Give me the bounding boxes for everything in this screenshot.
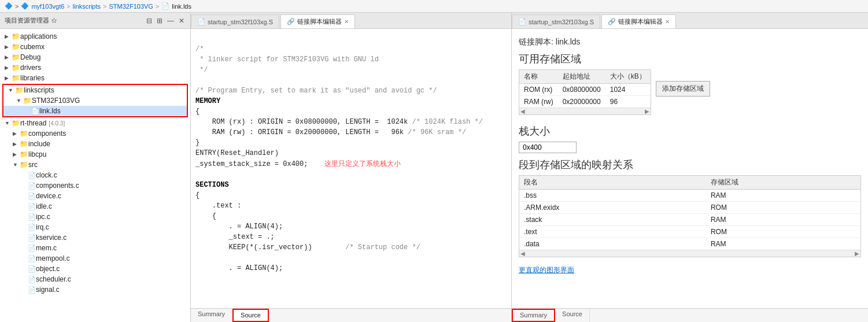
bottom-tab-summary-label: Summary [198, 310, 225, 317]
tree-label: components [28, 129, 66, 138]
tree-badge: [4.0.3] [49, 120, 65, 127]
table-row[interactable]: .text ROM [519, 226, 860, 238]
tree-label: signal.c [36, 286, 60, 294]
tree-arrow: ▼ [8, 87, 15, 93]
scroll-right-arrow[interactable]: ▶ [645, 108, 649, 114]
collapse-icon[interactable]: ⊟ [145, 17, 153, 25]
breadcrumb-item2[interactable]: STM32F103VG [109, 3, 153, 10]
tab-label: startup_stm32f103xg.S [529, 18, 594, 25]
mapping-table-scrollbar[interactable]: ◀ ▶ [519, 250, 860, 257]
tree-item-stm32f103vg[interactable]: ▼ 📁 STM32F103VG [3, 95, 187, 106]
folder-icon: 📁 [12, 74, 20, 82]
tree-item-cubemx[interactable]: ▶ 📁 cubemx [0, 42, 190, 52]
close-icon[interactable]: ✕ [178, 17, 186, 25]
breadcrumb-icon3: 📄 [161, 2, 169, 10]
tree-item-signal-c[interactable]: ▶ 📄 signal.c [0, 284, 190, 295]
text-segment: .text [519, 226, 706, 238]
tab-icon: 📄 [197, 18, 205, 25]
tree-item-applications[interactable]: ▶ 📁 applications [0, 31, 190, 42]
tree-item-include[interactable]: ▶ 📁 include [0, 139, 190, 149]
tree-label: libcpu [28, 150, 46, 158]
folder-icon: 📁 [20, 150, 28, 158]
stack-size-input[interactable] [519, 142, 577, 153]
scroll-left-arrow[interactable]: ◀ [520, 250, 525, 257]
memory-table-scrollbar[interactable]: ◀ ▶ [519, 108, 651, 114]
tree-item-mem-c[interactable]: ▶ 📄 mem.c [0, 243, 190, 253]
tree-item-ipc-c[interactable]: ▶ 📄 ipc.c [0, 212, 190, 222]
file-icon: 📄 [28, 245, 36, 252]
tree-arrow: ▶ [5, 34, 12, 39]
tree-item-clock-c[interactable]: ▶ 📄 clock.c [0, 170, 190, 180]
folder-icon: 📁 [15, 86, 24, 94]
scroll-right-arrow[interactable]: ▶ [855, 250, 859, 257]
tab-linker-editor[interactable]: 🔗 链接脚本编辑器 ✕ [280, 14, 355, 28]
code-editor-panel: 📄 startup_stm32f103xg.S 🔗 链接脚本编辑器 ✕ /* *… [191, 13, 512, 322]
tree-item-drivers[interactable]: ▶ 📁 drivers [0, 62, 190, 73]
breadcrumb-item0[interactable]: myf103vgt6 [31, 3, 64, 10]
file-icon: 📄 [31, 108, 39, 115]
graphic-link[interactable]: 更直观的图形界面 [519, 265, 574, 275]
scroll-left-arrow[interactable]: ◀ [520, 108, 525, 114]
tree-arrow: ▶ [5, 44, 12, 50]
tree-label: link.lds [39, 107, 61, 115]
add-storage-button[interactable]: 添加存储区域 [656, 81, 710, 97]
folder-icon: 📁 [12, 32, 20, 40]
tab-close-icon[interactable]: ✕ [344, 18, 349, 25]
right-tab-startup-s[interactable]: 📄 startup_stm32f103xg.S [512, 14, 600, 28]
minimize-icon[interactable]: — [166, 17, 175, 25]
folder-icon: 📁 [20, 129, 28, 138]
folder-icon: 📁 [12, 43, 20, 51]
tree-item-idle-c[interactable]: ▶ 📄 idle.c [0, 201, 190, 212]
tree-label: object.c [36, 265, 60, 273]
tree-label: STM32F103VG [32, 97, 80, 105]
tree-item-libcpu[interactable]: ▶ 📁 libcpu [0, 149, 190, 160]
right-tab-bar: 📄 startup_stm32f103xg.S 🔗 链接脚本编辑器 ✕ [512, 13, 868, 29]
tree-item-scheduler-c[interactable]: ▶ 📄 scheduler.c [0, 274, 190, 284]
tree-item-components[interactable]: ▶ 📁 components [0, 128, 190, 139]
tree-item-debug[interactable]: ▶ 📁 Debug [0, 52, 190, 62]
tree-item-kservice-c[interactable]: ▶ 📄 kservice.c [0, 232, 190, 243]
mapping-table: 段名 存储区域 .bss RAM .ARM.exidx ROM [519, 176, 860, 250]
breadcrumb-icon2: 🔷 [21, 2, 29, 10]
tree-arrow: ▶ [13, 131, 20, 136]
table-row[interactable]: .ARM.exidx ROM [519, 202, 860, 214]
breadcrumb-item3: link.lds [172, 3, 191, 10]
folder-icon: 📁 [12, 64, 20, 72]
tree-item-rtthread[interactable]: ▼ 📁 rt-thread [4.0.3] [0, 118, 190, 128]
project-explorer-header: 项目资源管理器 ☆ ⊟ ⊞ — ✕ [0, 13, 190, 29]
tab-close-icon[interactable]: ✕ [665, 18, 670, 25]
tree-item-components-c[interactable]: ▶ 📄 components.c [0, 180, 190, 191]
breadcrumb-item1[interactable]: linkscripts [73, 3, 101, 10]
ram-size: 96 [605, 96, 651, 108]
bottom-tab-source[interactable]: Source [232, 309, 269, 322]
bottom-tab-source-label: Source [241, 312, 261, 319]
tree-item-device-c[interactable]: ▶ 📄 device.c [0, 191, 190, 201]
expand-icon[interactable]: ⊞ [156, 17, 164, 25]
tree-item-libraries[interactable]: ▶ 📁 libraries [0, 73, 190, 83]
bottom-tab-summary[interactable]: Summary [191, 309, 232, 322]
table-row[interactable]: ROM (rx) 0x08000000 1024 [519, 84, 651, 96]
memory-table: 名称 起始地址 大小（kB） ROM (rx) 0x08000000 [519, 70, 651, 108]
right-tab-linker-editor[interactable]: 🔗 链接脚本编辑器 ✕ [601, 14, 676, 28]
tab-startup-s[interactable]: 📄 startup_stm32f103xg.S [191, 14, 279, 28]
tree-item-linkscripts[interactable]: ▼ 📁 linkscripts [3, 85, 187, 95]
tree-item-mempool-c[interactable]: ▶ 📄 mempool.c [0, 253, 190, 264]
table-row[interactable]: .data RAM [519, 238, 860, 250]
code-editor[interactable]: /* * linker script for STM32F103VG with … [191, 29, 511, 308]
right-bottom-tab-source[interactable]: Source [555, 309, 590, 322]
right-bottom-tabs: Summary Source [512, 308, 868, 322]
table-row[interactable]: .bss RAM [519, 190, 860, 202]
file-icon: 📄 [28, 203, 36, 210]
stack-section-title: 栈大小 [519, 124, 861, 138]
tab-icon: 📄 [518, 18, 526, 25]
tree-label: libraries [20, 74, 45, 82]
tree-item-src[interactable]: ▼ 📁 src [0, 160, 190, 170]
tree-item-object-c[interactable]: ▶ 📄 object.c [0, 264, 190, 274]
table-row[interactable]: RAM (rw) 0x20000000 96 [519, 96, 651, 108]
table-row[interactable]: .stack RAM [519, 214, 860, 226]
tree-item-link-lds[interactable]: ▶ 📄 link.lds [3, 106, 187, 116]
tree-item-irq-c[interactable]: ▶ 📄 irq.c [0, 222, 190, 232]
file-icon: 📄 [28, 286, 36, 294]
right-bottom-tab-summary[interactable]: Summary [512, 309, 555, 322]
linker-file-label: 链接脚本: link.lds [519, 37, 861, 47]
